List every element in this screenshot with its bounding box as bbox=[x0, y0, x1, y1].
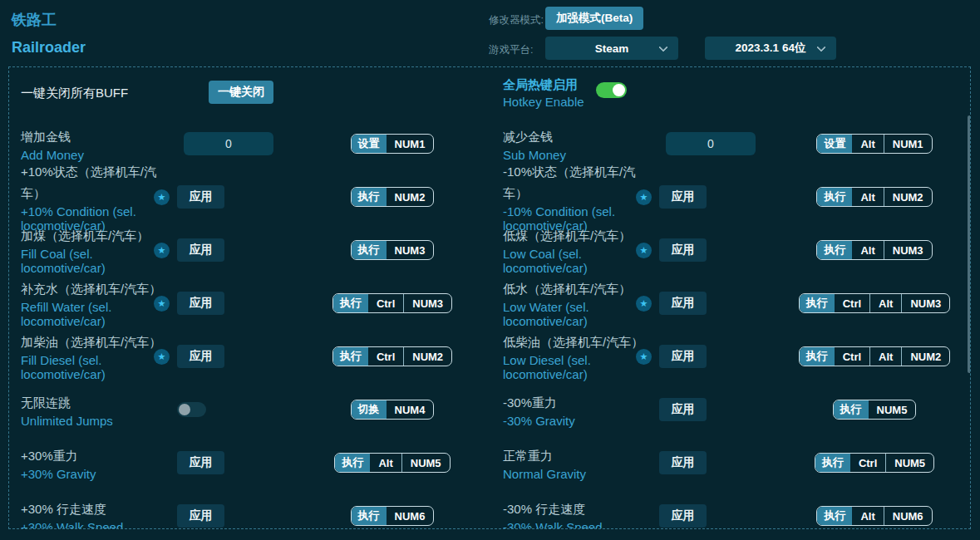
cheat-name-en: Fill Diesel (sel. locomotive/car) bbox=[21, 353, 169, 381]
version-dropdown[interactable]: 2023.3.1 64位 bbox=[705, 37, 836, 60]
cheat-name-en: Low Coal (sel. locomotive/car) bbox=[503, 247, 651, 275]
favorite-star-icon[interactable]: ★ bbox=[636, 243, 652, 258]
cheat-row: +10%状态（选择机车/汽车） +10% Condition (sel. loc… bbox=[21, 170, 483, 223]
value-input[interactable] bbox=[666, 132, 756, 155]
apply-button[interactable]: 应用 bbox=[177, 504, 224, 528]
hotkey-key: Ctrl bbox=[368, 347, 403, 366]
hotkey-badge[interactable]: 执行CtrlAltNUM3 bbox=[799, 293, 951, 313]
apply-button[interactable]: 应用 bbox=[659, 238, 707, 262]
hotkey-badge[interactable]: 执行NUM3 bbox=[351, 240, 435, 260]
cheat-row: 无限连跳 Unlimited Jumps 切换NUM4 bbox=[21, 383, 483, 436]
chevron-down-icon bbox=[658, 42, 667, 52]
hotkey-badge[interactable]: 执行NUM6 bbox=[351, 506, 435, 526]
cheat-controls bbox=[154, 383, 206, 436]
favorite-star-icon[interactable]: ★ bbox=[154, 189, 170, 205]
close-all-buff-button[interactable]: 一键关闭 bbox=[209, 81, 273, 104]
hotkey-badge[interactable]: 执行CtrlNUM5 bbox=[815, 453, 934, 473]
hotkey-action-label: 执行 bbox=[815, 454, 850, 472]
cheat-controls: ★应用 bbox=[636, 277, 707, 330]
cheat-row: 补充水（选择机车/汽车） Refill Water (sel. locomoti… bbox=[21, 277, 483, 330]
cheat-name-zh: -30%重力 bbox=[503, 392, 651, 414]
hotkey-badge[interactable]: 执行AltNUM6 bbox=[816, 506, 932, 526]
value-input[interactable] bbox=[184, 132, 273, 155]
hotkey-area: 执行CtrlAltNUM2 bbox=[775, 330, 971, 383]
hotkey-badge[interactable]: 执行NUM2 bbox=[351, 187, 435, 207]
hotkey-action-label: 执行 bbox=[352, 241, 387, 259]
hotkey-area: 执行AltNUM5 bbox=[293, 436, 492, 489]
hotkey-key: NUM1 bbox=[387, 135, 434, 153]
hotkey-badge[interactable]: 执行AltNUM3 bbox=[816, 240, 932, 260]
cheat-label: 低煤（选择机车/汽车） Low Coal (sel. locomotive/ca… bbox=[503, 225, 651, 275]
apply-button[interactable]: 应用 bbox=[659, 292, 707, 315]
apply-button[interactable]: 应用 bbox=[659, 398, 707, 421]
favorite-star-icon[interactable]: ★ bbox=[154, 349, 170, 365]
cheat-row: -10%状态（选择机车/汽车） -10% Condition (sel. loc… bbox=[503, 170, 965, 223]
cheat-name-zh: -10%状态（选择机车/汽车） bbox=[503, 161, 651, 204]
hotkey-action-label: 执行 bbox=[817, 507, 852, 525]
hotkey-badge[interactable]: 执行CtrlAltNUM2 bbox=[799, 346, 951, 366]
hotkey-key: NUM3 bbox=[884, 241, 932, 259]
hotkey-badge[interactable]: 执行AltNUM2 bbox=[816, 187, 932, 207]
cheat-controls: 应用 bbox=[636, 383, 707, 436]
global-hotkey-toggle[interactable] bbox=[596, 82, 627, 98]
hotkey-key: Alt bbox=[852, 135, 883, 153]
apply-button[interactable]: 应用 bbox=[177, 451, 224, 474]
toggle-knob bbox=[179, 404, 190, 415]
hotkey-action-label: 执行 bbox=[335, 454, 370, 472]
version-dropdown-value: 2023.3.1 64位 bbox=[736, 41, 806, 56]
platform-dropdown[interactable]: Steam bbox=[545, 37, 678, 60]
cheat-controls: ★应用 bbox=[154, 277, 224, 330]
close-all-buff-label: 一键关闭所有BUFF bbox=[21, 86, 128, 101]
apply-button[interactable]: 应用 bbox=[659, 451, 707, 474]
hotkey-area: 执行NUM3 bbox=[293, 223, 492, 277]
cheat-row: -30% 行走速度 -30% Walk Speed 应用 执行AltNUM6 bbox=[503, 489, 965, 529]
apply-button[interactable]: 应用 bbox=[177, 185, 224, 209]
apply-button[interactable]: 应用 bbox=[177, 345, 224, 368]
hotkey-badge[interactable]: 执行CtrlNUM3 bbox=[332, 293, 452, 313]
hotkey-key: NUM3 bbox=[387, 241, 434, 259]
cheat-controls: 应用 bbox=[154, 489, 224, 529]
cheat-row: 低煤（选择机车/汽车） Low Coal (sel. locomotive/ca… bbox=[503, 223, 965, 277]
hotkey-badge[interactable]: 执行NUM5 bbox=[833, 400, 917, 420]
apply-button[interactable]: 应用 bbox=[177, 238, 224, 262]
cheat-name-zh: 加煤（选择机车/汽车） bbox=[21, 225, 169, 247]
hotkey-area: 执行CtrlAltNUM3 bbox=[775, 277, 971, 330]
trainer-mode-label: 修改器模式: bbox=[489, 13, 544, 27]
trainer-mode-button[interactable]: 加强模式(Beta) bbox=[545, 7, 643, 30]
cheat-controls: ★应用 bbox=[154, 330, 224, 383]
cheat-label: -30% 行走速度 -30% Walk Speed bbox=[503, 498, 651, 530]
hotkey-area: 执行AltNUM6 bbox=[775, 489, 971, 529]
hotkey-badge[interactable]: 执行AltNUM5 bbox=[334, 453, 450, 473]
cheat-name-en: Add Money bbox=[21, 148, 169, 162]
hotkey-area: 执行NUM6 bbox=[293, 489, 492, 529]
apply-button[interactable]: 应用 bbox=[177, 292, 224, 315]
feature-toggle[interactable] bbox=[177, 402, 206, 417]
hotkey-badge[interactable]: 设置AltNUM1 bbox=[816, 134, 932, 154]
hotkey-badge[interactable]: 设置NUM1 bbox=[351, 134, 435, 154]
favorite-star-icon[interactable]: ★ bbox=[154, 296, 170, 312]
favorite-star-icon[interactable]: ★ bbox=[636, 349, 652, 365]
cheat-label: 低柴油（选择机车/汽车） Low Diesel (sel. locomotive… bbox=[503, 331, 651, 381]
game-title-zh: 铁路工 bbox=[12, 10, 57, 30]
favorite-star-icon[interactable]: ★ bbox=[636, 296, 652, 312]
apply-button[interactable]: 应用 bbox=[659, 504, 707, 528]
hotkey-badge[interactable]: 执行CtrlNUM2 bbox=[332, 346, 452, 366]
global-hotkey-label-en: Hotkey Enable bbox=[503, 95, 584, 109]
hotkey-badge[interactable]: 切换NUM4 bbox=[351, 400, 435, 420]
hotkey-key: Alt bbox=[869, 294, 901, 312]
apply-button[interactable]: 应用 bbox=[659, 185, 707, 209]
cheat-name-zh: 无限连跳 bbox=[21, 392, 169, 414]
apply-button[interactable]: 应用 bbox=[659, 345, 707, 368]
hotkey-key: Ctrl bbox=[368, 294, 403, 312]
cheat-row: 低柴油（选择机车/汽车） Low Diesel (sel. locomotive… bbox=[503, 330, 965, 383]
cheat-row: 加柴油（选择机车/汽车） Fill Diesel (sel. locomotiv… bbox=[21, 330, 483, 383]
hotkey-area: 执行NUM5 bbox=[775, 383, 971, 436]
hotkey-key: Alt bbox=[869, 347, 901, 366]
cheat-name-en: Normal Gravity bbox=[503, 467, 651, 481]
favorite-star-icon[interactable]: ★ bbox=[636, 189, 652, 205]
cheat-name-zh: 加柴油（选择机车/汽车） bbox=[21, 331, 169, 353]
cheat-label: 低水（选择机车/汽车） Low Water (sel. locomotive/c… bbox=[503, 278, 651, 328]
scrollbar-thumb[interactable] bbox=[968, 115, 971, 373]
cheat-row: +30% 行走速度 +30% Walk Speed 应用 执行NUM6 bbox=[21, 489, 483, 529]
favorite-star-icon[interactable]: ★ bbox=[154, 243, 170, 258]
